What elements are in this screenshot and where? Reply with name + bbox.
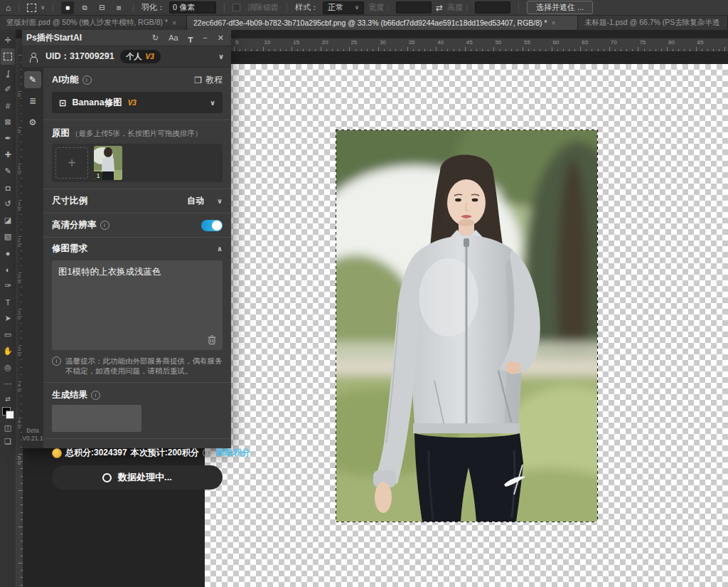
width-input[interactable]: [396, 1, 432, 14]
brush-tool[interactable]: ✎: [1, 163, 15, 179]
ruler-tick: [719, 49, 719, 51]
background-color-swatch[interactable]: [6, 411, 14, 419]
mode-select[interactable]: ⊡ Banana修图 V3 ∨: [52, 92, 223, 113]
document-tab[interactable]: 22ec6d67-df3e-4b09-b782-3b710a295cbf.png…: [187, 16, 578, 30]
ruler-tick: [500, 49, 500, 51]
info-icon[interactable]: i: [91, 391, 100, 400]
add-image-button[interactable]: +: [55, 147, 88, 179]
tab-close-icon[interactable]: ×: [172, 19, 176, 27]
add-to-selection-button[interactable]: ⧉: [78, 1, 91, 14]
zoom-tool[interactable]: ◎: [1, 359, 15, 376]
pen-tool[interactable]: ✑: [1, 277, 15, 294]
refresh-icon[interactable]: ↻: [152, 33, 159, 43]
eraser-tool[interactable]: ◪: [1, 212, 15, 228]
ruler-label: 5: [16, 129, 22, 134]
chevron-down-icon[interactable]: ∨: [218, 53, 224, 60]
intersect-selection-button[interactable]: ⧈: [112, 1, 125, 14]
blur-tool[interactable]: ●: [1, 245, 15, 261]
marquee-tool[interactable]: [1, 48, 15, 65]
uploaded-image-thumbnail[interactable]: 1: [94, 146, 122, 180]
minimize-icon[interactable]: −: [203, 33, 207, 43]
ruler-tick: [21, 468, 23, 469]
crop-tool[interactable]: #: [1, 97, 15, 114]
screen-mode-button[interactable]: ❏: [4, 437, 11, 446]
ratio-select[interactable]: 自动 ∨: [187, 195, 223, 207]
ruler-tick: [678, 49, 679, 51]
ruler-tick: [315, 49, 316, 51]
collapse-icon[interactable]: ∧: [217, 245, 223, 253]
startai-plugin-panel: Ps插件StartAI ↻ Aa ┳ − ✕ UID：317009291 个人 …: [22, 30, 231, 448]
select-and-mask-button[interactable]: 选择并遮住 ...: [527, 1, 593, 14]
info-icon[interactable]: i: [203, 448, 212, 458]
trash-icon[interactable]: [208, 335, 216, 344]
nav-edit-tab[interactable]: ✎: [24, 71, 41, 88]
ruler-tick: [21, 577, 23, 578]
selection-ants-top: [336, 129, 598, 130]
text-size-icon[interactable]: Aa: [168, 33, 178, 43]
panel-title-bar[interactable]: Ps插件StartAI ↻ Aa ┳ − ✕: [22, 30, 231, 46]
object-selection-tool[interactable]: ✐: [1, 81, 15, 97]
tab-close-icon[interactable]: ×: [552, 19, 556, 27]
nav-settings-tab[interactable]: ⚙: [24, 114, 41, 131]
result-label: 生成结果: [52, 389, 87, 401]
eyedropper-tool[interactable]: ✒: [1, 130, 15, 147]
ruler-tick: [338, 49, 338, 51]
ruler-tick: [684, 49, 685, 51]
feather-input[interactable]: [169, 1, 216, 14]
path-selection-tool[interactable]: ➤: [1, 310, 15, 327]
move-tool[interactable]: ✛: [1, 32, 15, 48]
hd-toggle[interactable]: [201, 220, 223, 231]
nav-layers-tab[interactable]: ≣: [24, 92, 41, 110]
chevron-down-icon[interactable]: ∨: [41, 4, 45, 11]
prompt-textarea[interactable]: 图1模特的上衣换成浅蓝色: [52, 260, 223, 350]
ruler-tick: [667, 47, 668, 51]
document-tab[interactable]: 竖版封面.psd @ 50% (懒人沙发牛模特, RGB/8) *×: [0, 16, 187, 30]
type-tool[interactable]: T: [1, 294, 15, 310]
edit-toolbar-button[interactable]: ⋯: [1, 376, 15, 392]
ruler-tick: [517, 49, 518, 51]
quick-mask-button[interactable]: ◫: [4, 423, 11, 433]
style-select[interactable]: 正常∨: [323, 1, 364, 14]
ruler-label: 45: [16, 419, 22, 429]
account-row[interactable]: UID：317009291 个人 V3 ∨: [22, 46, 231, 68]
pin-icon[interactable]: ┳: [188, 33, 193, 43]
healing-brush-tool[interactable]: ✚: [1, 147, 15, 163]
document-tab[interactable]: 未标题-1.psd @ 66.7% (PS去除复杂半透: [578, 16, 728, 30]
ruler-tick: [349, 47, 350, 51]
thumbnail-index-badge: 1: [94, 171, 102, 180]
marquee-tool-icon[interactable]: [27, 4, 36, 12]
subtract-from-selection-button[interactable]: ⊟: [95, 1, 108, 14]
result-placeholder: [52, 405, 141, 432]
photo-model-in-park[interactable]: [336, 130, 597, 522]
style-label: 样式：: [295, 2, 318, 13]
ruler-tick: [21, 512, 23, 513]
swap-dimensions-icon[interactable]: ⇄: [436, 3, 443, 13]
close-icon[interactable]: ✕: [218, 33, 224, 43]
toggle-knob: [212, 221, 222, 231]
processing-button[interactable]: 数据处理中...: [52, 465, 223, 490]
rectangle-tool[interactable]: ▭: [1, 327, 15, 343]
lasso-tool[interactable]: ʆ: [1, 65, 15, 81]
info-icon[interactable]: i: [100, 221, 109, 230]
ruler-tick: [673, 49, 673, 51]
dodge-tool[interactable]: ◐: [1, 261, 15, 277]
home-icon[interactable]: ⌂: [6, 3, 11, 13]
tab-label: 竖版封面.psd @ 50% (懒人沙发牛模特, RGB/8) *: [6, 18, 168, 28]
ruler-tick: [545, 49, 546, 51]
clone-stamp-tool[interactable]: ◘: [1, 179, 15, 196]
gradient-tool[interactable]: ▧: [1, 228, 15, 245]
tutorial-link[interactable]: ❐ 教程: [194, 74, 223, 86]
ruler-tick: [454, 49, 454, 51]
hand-tool[interactable]: ✋: [1, 343, 15, 359]
frame-tool[interactable]: ⊠: [1, 114, 15, 130]
get-credits-link[interactable]: 获取积分: [216, 447, 250, 459]
info-icon[interactable]: i: [82, 75, 92, 85]
color-swatches[interactable]: [2, 407, 14, 419]
ruler-tick: [257, 49, 257, 51]
antialias-checkbox[interactable]: [232, 4, 240, 11]
height-input[interactable]: [475, 1, 510, 14]
history-brush-tool[interactable]: ↺: [1, 196, 15, 212]
ruler-tick: [240, 49, 240, 51]
new-selection-button[interactable]: ■: [61, 1, 74, 14]
swap-colors-icon[interactable]: ⇄: [5, 396, 11, 403]
